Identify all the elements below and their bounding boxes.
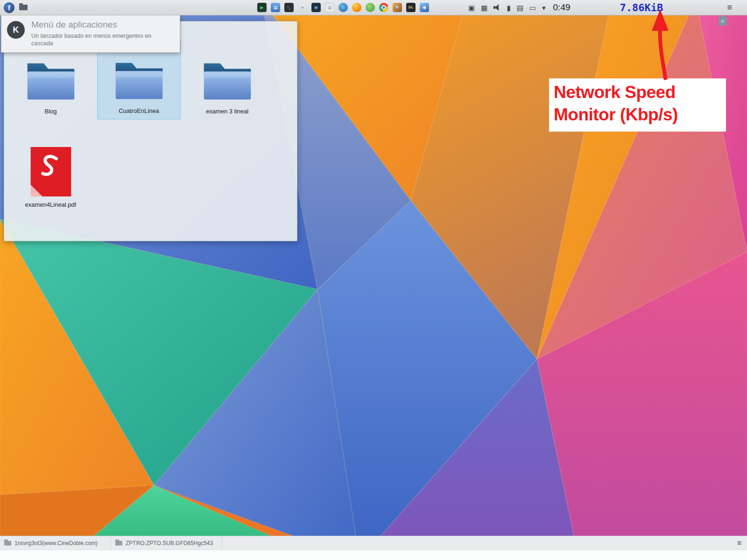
app-launcher-icon: f [8,4,10,11]
panel-handle[interactable]: ≡ [719,16,727,26]
desktop: f ▶ ▤ ›_ ● ◆ ▤ ○ ✎ DL ◆ ▣ ▦ ▮ [0,0,747,560]
volume-speaker-cone [495,4,499,11]
chevron-down-icon[interactable]: ▾ [542,4,546,11]
kde-logo-letter: K [13,25,19,35]
folder-icon [24,60,78,103]
display-icon[interactable]: ▭ [529,4,536,11]
device-notifier-icon[interactable]: ▮ [507,4,510,11]
tooltip-description: Un lanzador basado en menús emergentes e… [31,33,169,47]
pdf-icon [30,147,71,196]
taskbar: 1nsvrg3nt3(www.CineDoble.com) ZPTRO.ZPTO… [0,536,747,550]
task-label: 1nsvrg3nt3(www.CineDoble.com) [14,540,98,546]
item-label: examen 3 lineal [206,108,248,115]
terminal-icon[interactable]: ›_ [284,3,294,12]
kde-logo-icon: K [7,21,25,39]
dot-icon[interactable]: ● [298,3,307,12]
bottom-panel: 1nsvrg3nt3(www.CineDoble.com) ZPTRO.ZPTO… [0,536,747,560]
file-manager-icon[interactable]: ▤ [271,3,280,12]
notes-icon[interactable]: ▤ [325,3,334,12]
web-browser-icon[interactable]: ○ [338,3,348,12]
annotation-line1: Network Speed [554,81,721,104]
folder-icon [19,5,28,10]
tooltip-text: Menú de aplicaciones Un lanzador basado … [31,20,169,48]
download-app-icon[interactable]: DL [406,3,416,12]
hamburger-menu-icon[interactable]: ≡ [727,3,732,12]
task-label: ZPTRO.ZPTO.SUB.GFD65Hgc543 [126,540,213,546]
folder-icon [200,60,254,103]
item-label: CuatroEnLinea [119,107,159,114]
folder-icon [112,59,166,103]
firefox-icon[interactable] [352,3,361,12]
task-button-1[interactable]: 1nsvrg3nt3(www.CineDoble.com) [0,536,111,550]
taskbar-menu-icon[interactable]: ≡ [737,539,747,547]
desktop-item-examen4lineal-pdf[interactable]: examen4Lineal.pdf [9,133,92,213]
item-label: Blog [44,108,56,115]
clock[interactable]: 0:49 [553,2,571,13]
bottom-strip [0,550,747,560]
task-window-icon [115,541,122,546]
cube-app-icon[interactable]: ◆ [420,3,429,12]
handle-lines-icon: ≡ [721,18,724,24]
leaf-app-icon[interactable] [366,3,375,12]
tooltip-title: Menú de aplicaciones [31,20,169,30]
art-tools-icon[interactable]: ✎ [393,3,402,12]
annotation-label: Network Speed Monitor (Kbp/s) [549,78,726,132]
folder-view-popup: Blog CuatroEnLinea examen 3 lineal [4,21,297,241]
grid-tray-icon[interactable]: ▦ [481,4,487,11]
task-button-2[interactable]: ZPTRO.ZPTO.SUB.GFD65Hgc543 [111,536,222,550]
launcher-tooltip: K Menú de aplicaciones Un lanzador basad… [1,14,180,53]
annotation-arrow-icon [645,7,683,82]
volume-icon[interactable] [493,4,500,11]
item-label: examen4Lineal.pdf [25,201,77,208]
annotation-line2: Monitor (Kbp/s) [554,104,721,126]
app-launcher-button[interactable]: f [4,2,14,13]
folder-widget-button[interactable] [19,5,28,10]
top-panel: f ▶ ▤ ›_ ● ◆ ▤ ○ ✎ DL ◆ ▣ ▦ ▮ [0,0,747,15]
clipboard-icon[interactable]: ▤ [517,4,523,11]
desktop-item-examen3lineal[interactable]: examen 3 lineal [185,40,269,119]
task-window-icon [4,541,11,546]
system-tray: ▣ ▦ ▮ ▤ ▭ ▾ [468,4,546,11]
panel-app-launchers: ▶ ▤ ›_ ● ◆ ▤ ○ ✎ DL ◆ [257,3,429,12]
package-icon[interactable]: ◆ [311,3,321,12]
chrome-icon[interactable] [379,3,388,12]
media-tray-icon[interactable]: ▣ [468,4,475,11]
media-player-icon[interactable]: ▶ [257,3,267,12]
